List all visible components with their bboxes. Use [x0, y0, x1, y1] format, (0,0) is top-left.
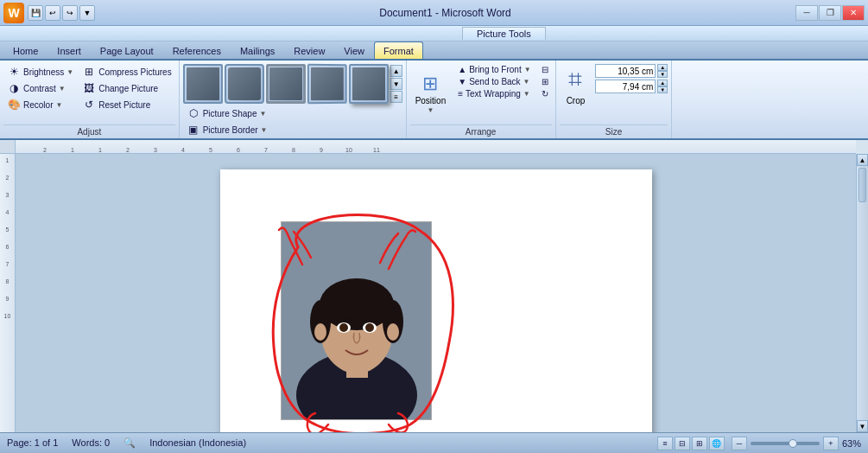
height-field: ▲ ▼ — [595, 64, 668, 78]
save-btn[interactable]: 💾 — [28, 5, 43, 21]
tab-pagelayout[interactable]: Page Layout — [91, 41, 163, 59]
width-input[interactable] — [595, 80, 656, 93]
view-web-btn[interactable]: 🌐 — [709, 437, 725, 450]
brightness-dropdown[interactable]: ▼ — [67, 68, 73, 76]
svg-point-9 — [339, 323, 348, 332]
height-up-btn[interactable]: ▲ — [657, 64, 668, 71]
style-scroll-arrows: ▲ ▼ ≡ — [390, 65, 402, 103]
align-btn[interactable]: ⊟ — [538, 64, 552, 75]
arrange-label: Arrange — [410, 124, 552, 137]
brightness-icon: ☀ — [7, 65, 21, 79]
minimize-btn[interactable]: ─ — [795, 5, 818, 21]
rotate-btn[interactable]: ↻ — [538, 88, 552, 99]
style-thumb-1[interactable] — [183, 64, 223, 104]
picture-border-icon: ▣ — [187, 123, 200, 137]
width-down-btn[interactable]: ▼ — [657, 86, 668, 93]
bring-front-icon: ▲ — [458, 65, 466, 74]
adjust-group: ☀ Brightness ▼ ◑ Contrast ▼ 🎨 Recolor ▼ … — [0, 61, 180, 138]
scroll-down-btn[interactable]: ▼ — [390, 78, 402, 90]
zoom-in-btn[interactable]: + — [823, 437, 839, 450]
picture-shape-btn[interactable]: ⬡ Picture Shape ▼ — [183, 105, 270, 121]
tab-review[interactable]: Review — [284, 41, 334, 59]
recolor-dropdown[interactable]: ▼ — [55, 101, 62, 109]
status-right: ≡ ⊟ ⊞ 🌐 ─ + 63% — [657, 437, 861, 450]
adjust-buttons-2: ⊞ Compress Pictures 🖼 Change Picture ↺ R… — [79, 64, 174, 112]
position-icon: ⊞ — [422, 73, 438, 95]
tab-view[interactable]: View — [334, 41, 374, 59]
group-icon: ⊞ — [542, 77, 548, 86]
ruler-row: 2 1 1 2 3 4 5 6 7 8 9 10 11 — [0, 140, 868, 154]
send-back-icon: ▼ — [458, 77, 466, 86]
arrange-col-2: ⊟ ⊞ ↻ — [538, 64, 552, 123]
office-logo: W — [3, 3, 24, 23]
tab-format[interactable]: Format — [374, 41, 423, 59]
view-normal-btn[interactable]: ≡ — [657, 437, 673, 450]
view-layout-btn[interactable]: ⊟ — [675, 437, 690, 450]
size-label: Size — [560, 124, 668, 137]
window-title: Document1 - Microsoft Word — [379, 7, 511, 19]
tab-insert[interactable]: Insert — [48, 41, 91, 59]
workspace: 2 1 1 2 3 4 5 6 7 8 9 10 11 1 2 3 — [0, 140, 868, 432]
main-row: 1 2 3 4 5 6 7 8 9 10 — [0, 154, 868, 432]
contrast-btn[interactable]: ◑ Contrast ▼ — [3, 80, 77, 96]
ribbon: ☀ Brightness ▼ ◑ Contrast ▼ 🎨 Recolor ▼ … — [0, 61, 868, 140]
word-count: Words: 0 — [72, 437, 110, 449]
text-wrapping-btn[interactable]: ≡ Text Wrapping ▼ — [454, 88, 534, 99]
undo-btn[interactable]: ↩ — [45, 5, 60, 21]
restore-btn[interactable]: ❐ — [819, 5, 841, 21]
close-btn[interactable]: ✕ — [842, 5, 865, 21]
document-canvas[interactable] — [16, 154, 856, 432]
zoom-out-btn[interactable]: ─ — [732, 437, 747, 450]
style-thumb-5[interactable] — [349, 64, 389, 104]
crop-icon: ⌗ — [568, 66, 582, 94]
picture-border-btn[interactable]: ▣ Picture Border ▼ — [183, 122, 271, 137]
ruler-ticks: 2 1 1 2 3 4 5 6 7 8 9 10 11 — [41, 141, 380, 153]
height-down-btn[interactable]: ▼ — [657, 71, 668, 78]
adjust-buttons: ☀ Brightness ▼ ◑ Contrast ▼ 🎨 Recolor ▼ — [3, 64, 77, 112]
photo-container[interactable] — [281, 221, 432, 420]
scroll-up-btn[interactable]: ▲ — [857, 154, 868, 166]
customize-btn[interactable]: ▼ — [79, 5, 95, 21]
svg-point-11 — [365, 323, 374, 332]
window-controls: ─ ❐ ✕ — [795, 5, 865, 21]
status-left: Page: 1 of 1 Words: 0 🔍 Indonesian (Indo… — [7, 437, 246, 449]
compress-icon: ⊞ — [82, 65, 96, 79]
change-picture-btn[interactable]: 🖼 Change Picture — [79, 80, 174, 96]
width-up-btn[interactable]: ▲ — [657, 80, 668, 86]
scroll-more-btn[interactable]: ≡ — [390, 91, 402, 103]
scrollbar-thumb[interactable] — [858, 168, 866, 202]
redo-btn[interactable]: ↪ — [62, 5, 78, 21]
picture-tools-bar: Picture Tools — [0, 26, 868, 41]
style-thumb-2[interactable] — [225, 64, 264, 104]
zoom-thumb[interactable] — [789, 439, 797, 448]
tab-references[interactable]: References — [163, 41, 231, 59]
zoom-level[interactable]: 63% — [842, 438, 861, 449]
send-to-back-btn[interactable]: ▼ Send to Back ▼ — [454, 76, 534, 87]
crop-btn[interactable]: ⌗ Crop — [560, 64, 592, 107]
view-full-btn[interactable]: ⊞ — [692, 437, 707, 450]
zoom-slider[interactable] — [751, 442, 820, 445]
crop-content: ⌗ Crop ▲ ▼ ▲ ▼ — [560, 64, 668, 123]
tab-mailings[interactable]: Mailings — [231, 41, 284, 59]
recolor-btn[interactable]: 🎨 Recolor ▼ — [3, 97, 77, 112]
style-thumb-4[interactable] — [307, 64, 346, 104]
brightness-btn[interactable]: ☀ Brightness ▼ — [3, 64, 77, 80]
language[interactable]: Indonesian (Indonesia) — [149, 437, 246, 449]
height-input[interactable] — [595, 64, 656, 78]
reset-picture-btn[interactable]: ↺ Reset Picture — [79, 97, 174, 112]
compress-pictures-btn[interactable]: ⊞ Compress Pictures — [79, 64, 174, 80]
group-btn[interactable]: ⊞ — [538, 76, 552, 87]
scroll-up-btn[interactable]: ▲ — [390, 65, 402, 77]
bring-to-front-btn[interactable]: ▲ Bring to Front ▼ — [454, 64, 534, 75]
svg-point-13 — [387, 323, 399, 341]
tab-home[interactable]: Home — [3, 41, 48, 59]
position-btn[interactable]: ⊞ Position ▼ — [410, 64, 452, 123]
contrast-dropdown[interactable]: ▼ — [59, 85, 66, 93]
vertical-scrollbar: ▲ ▼ — [856, 154, 868, 432]
scroll-down-btn[interactable]: ▼ — [857, 420, 868, 432]
photo-image[interactable] — [281, 221, 432, 420]
ruler-corner — [0, 140, 16, 154]
align-icon: ⊟ — [542, 65, 548, 74]
style-thumb-3[interactable] — [266, 64, 306, 104]
arrange-col-1: ▲ Bring to Front ▼ ▼ Send to Back ▼ ≡ Te… — [454, 64, 534, 123]
